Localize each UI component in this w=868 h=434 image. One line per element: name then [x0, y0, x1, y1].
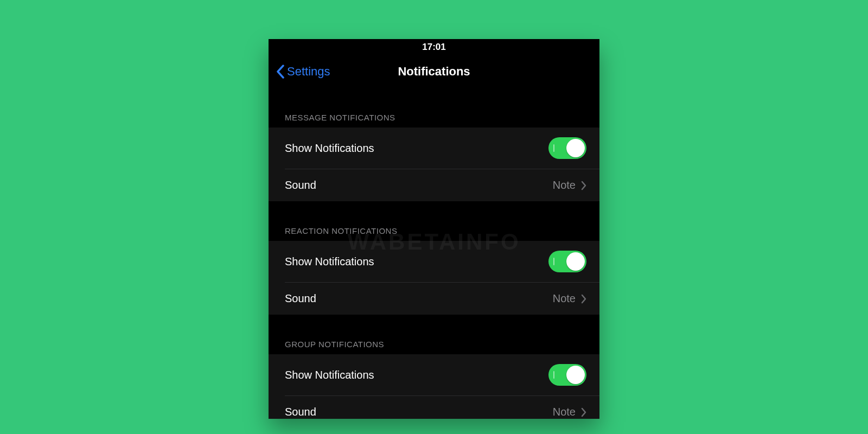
section-header-reaction: REACTION NOTIFICATIONS — [269, 226, 599, 241]
status-bar: 17:01 — [269, 39, 599, 55]
toggle-show-notifications[interactable] — [548, 364, 586, 386]
row-sound[interactable]: Sound Note — [285, 169, 599, 201]
row-label: Sound — [285, 406, 316, 418]
toggle-show-notifications[interactable] — [548, 137, 586, 159]
section-gap — [269, 88, 599, 113]
section-gap — [269, 315, 599, 340]
device-frame: 17:01 Settings Notifications WABETAINFO … — [269, 39, 599, 419]
status-time: 17:01 — [422, 42, 445, 53]
row-show-notifications[interactable]: Show Notifications — [269, 354, 599, 395]
section-message: Show Notifications Sound Note — [269, 127, 599, 201]
chevron-right-icon — [581, 294, 586, 304]
section-gap — [269, 201, 599, 226]
row-label: Sound — [285, 292, 316, 305]
section-header-group: GROUP NOTIFICATIONS — [269, 340, 599, 354]
toggle-show-notifications[interactable] — [548, 251, 586, 272]
row-sound[interactable]: Sound Note — [285, 282, 599, 315]
row-sound[interactable]: Sound Note — [285, 395, 599, 419]
chevron-right-icon — [581, 407, 586, 417]
row-value: Note — [553, 406, 576, 418]
chevron-right-icon — [581, 181, 586, 190]
row-label: Show Notifications — [285, 256, 374, 268]
row-label: Show Notifications — [285, 369, 374, 381]
row-show-notifications[interactable]: Show Notifications — [269, 127, 599, 169]
row-value: Note — [553, 292, 576, 305]
row-label: Show Notifications — [285, 142, 374, 155]
row-value: Note — [553, 179, 576, 192]
back-label: Settings — [287, 65, 330, 79]
page-title: Notifications — [398, 65, 470, 79]
row-show-notifications[interactable]: Show Notifications — [269, 241, 599, 282]
nav-bar: Settings Notifications — [269, 55, 599, 88]
section-group: Show Notifications Sound Note — [269, 354, 599, 419]
section-header-message: MESSAGE NOTIFICATIONS — [269, 113, 599, 127]
section-reaction: Show Notifications Sound Note — [269, 241, 599, 315]
chevron-left-icon — [276, 65, 285, 79]
row-label: Sound — [285, 179, 316, 192]
back-button[interactable]: Settings — [276, 55, 330, 88]
